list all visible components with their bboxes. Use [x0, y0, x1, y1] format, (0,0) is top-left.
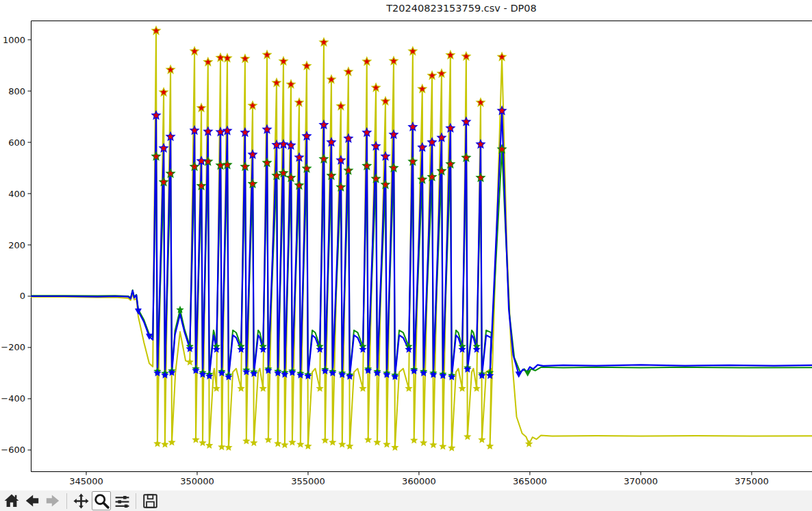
svg-text:600: 600: [8, 137, 25, 148]
svg-text:400: 400: [8, 189, 25, 199]
series-plot: [31, 25, 812, 451]
svg-text:370000: 370000: [624, 476, 658, 486]
matplotlib-toolbar: [0, 490, 812, 511]
svg-text:1000: 1000: [3, 35, 25, 45]
svg-text:375000: 375000: [735, 476, 769, 486]
subplots-icon: [114, 493, 131, 510]
home-button[interactable]: [2, 491, 21, 510]
back-icon: [24, 493, 40, 509]
svg-text:345000: 345000: [69, 476, 103, 486]
series-yellow: [31, 31, 812, 448]
figure-canvas[interactable]: T20240823153759.csv - DP08 3450003500003…: [0, 0, 812, 490]
svg-text:−600: −600: [1, 445, 25, 455]
subplots-button[interactable]: [112, 491, 131, 510]
chart-title: T20240823153759.csv - DP08: [386, 3, 537, 14]
figure-window: T20240823153759.csv - DP08 3450003500003…: [0, 0, 812, 511]
svg-text:−400: −400: [1, 393, 25, 404]
toolbar-separator: [66, 493, 67, 509]
svg-text:350000: 350000: [180, 476, 214, 486]
peak-markers: [151, 25, 507, 192]
plot-area[interactable]: 3450003500003550003600003650003700003750…: [0, 0, 812, 490]
save-icon: [142, 493, 159, 510]
y-axis: −600−400−20002004006008001000: [1, 35, 31, 456]
toolbar-separator: [136, 493, 136, 509]
svg-text:0: 0: [20, 291, 25, 301]
pan-icon: [73, 493, 90, 510]
save-button[interactable]: [140, 491, 160, 510]
pan-button[interactable]: [71, 491, 90, 510]
zoom-icon: [93, 493, 110, 510]
x-axis: 3450003500003550003600003650003700003750…: [69, 472, 769, 487]
back-button[interactable]: [23, 491, 42, 510]
svg-text:355000: 355000: [291, 476, 325, 486]
svg-text:200: 200: [8, 240, 25, 250]
home-icon: [3, 493, 20, 509]
svg-text:800: 800: [8, 86, 25, 96]
forward-button[interactable]: [43, 491, 62, 510]
forward-icon: [45, 493, 61, 509]
zoom-button[interactable]: [92, 491, 111, 510]
svg-text:360000: 360000: [402, 476, 436, 486]
svg-text:−200: −200: [1, 342, 25, 352]
svg-text:365000: 365000: [513, 476, 547, 486]
